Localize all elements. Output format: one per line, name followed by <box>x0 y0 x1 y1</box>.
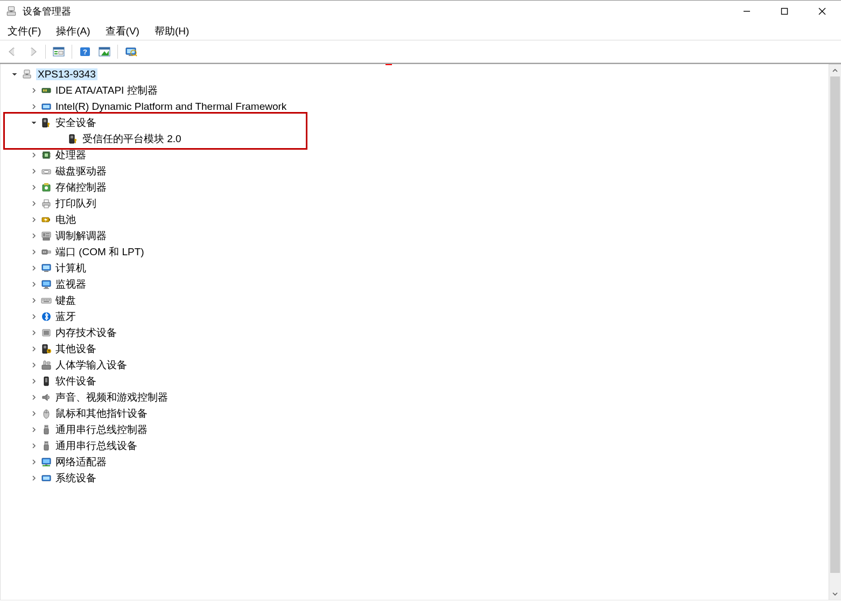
chevron-right-icon[interactable] <box>30 151 38 159</box>
menu-help[interactable]: 帮助(H) <box>155 24 189 38</box>
chevron-right-icon[interactable] <box>30 264 38 272</box>
device-tree[interactable]: XPS13-9343 IDE ATA/ATAPI 控制器 Intel(R) Dy… <box>0 64 829 600</box>
scan-hardware-button[interactable] <box>122 44 139 60</box>
tree-category[interactable]: 系统设备 <box>3 470 829 486</box>
svg-rect-75 <box>44 299 45 300</box>
chevron-right-icon[interactable] <box>30 409 38 418</box>
tree-category[interactable]: 打印队列 <box>3 195 829 212</box>
tree-category[interactable]: 蓝牙 <box>3 309 829 325</box>
chevron-right-icon[interactable] <box>30 183 38 192</box>
tree-category[interactable]: 通用串行总线控制器 <box>3 422 829 438</box>
tree-category[interactable]: 内存技术设备 <box>3 325 829 341</box>
chevron-right-icon[interactable] <box>30 296 38 305</box>
tree-category-label: 声音、视频和游戏控制器 <box>55 390 168 404</box>
tree-device[interactable]: 受信任的平台模块 2.0 <box>3 131 829 147</box>
chevron-down-icon[interactable] <box>10 70 19 79</box>
chevron-right-icon[interactable] <box>30 86 38 95</box>
tree-category[interactable]: 电池 <box>3 212 829 228</box>
tree-category[interactable]: 磁盘驱动器 <box>3 163 829 179</box>
tree-category-label: 监视器 <box>55 277 86 291</box>
forward-button[interactable] <box>24 44 41 60</box>
tree-category-label: 人体学输入设备 <box>55 358 127 372</box>
tree-category[interactable]: 安全设备 <box>3 115 829 131</box>
chevron-right-icon[interactable] <box>30 232 38 240</box>
tree-category[interactable]: 软件设备 <box>3 373 829 389</box>
svg-rect-74 <box>43 299 44 300</box>
vertical-scrollbar[interactable] <box>829 64 841 600</box>
tree-category[interactable]: 网络适配器 <box>3 454 829 470</box>
tree-category[interactable]: 声音、视频和游戏控制器 <box>3 389 829 405</box>
chevron-right-icon[interactable] <box>30 345 38 353</box>
scroll-up-icon[interactable] <box>829 65 841 76</box>
svg-rect-55 <box>49 219 50 221</box>
svg-rect-107 <box>43 465 50 466</box>
tree-category-label: 计算机 <box>55 261 86 275</box>
show-hide-tree-button[interactable] <box>50 44 67 60</box>
svg-rect-109 <box>43 477 50 480</box>
svg-rect-68 <box>44 271 48 272</box>
tree-category[interactable]: Intel(R) Dynamic Platform and Thermal Fr… <box>3 99 829 115</box>
chevron-right-icon[interactable] <box>30 474 38 482</box>
usb-icon <box>40 440 52 452</box>
tree-category-label: 键盘 <box>55 293 76 307</box>
scroll-down-icon[interactable] <box>829 588 841 600</box>
close-button[interactable] <box>803 1 841 22</box>
tree-root[interactable]: XPS13-9343 <box>3 66 829 82</box>
svg-rect-71 <box>45 287 48 288</box>
minimize-button[interactable] <box>728 1 766 22</box>
keyboard-icon <box>40 295 52 306</box>
tree-category[interactable]: 存储控制器 <box>3 179 829 195</box>
red-marker <box>386 64 392 65</box>
svg-rect-79 <box>44 301 49 302</box>
svg-rect-49 <box>44 183 48 185</box>
chevron-right-icon[interactable] <box>30 377 38 386</box>
svg-rect-99 <box>47 426 48 427</box>
tree-category[interactable]: 鼠标和其他指针设备 <box>3 405 829 422</box>
chevron-right-icon[interactable] <box>30 393 38 402</box>
hid-icon <box>40 359 52 371</box>
bluetooth-icon <box>40 311 52 323</box>
tree-category[interactable]: ? 其他设备 <box>3 341 829 357</box>
chevron-right-icon[interactable] <box>30 280 38 289</box>
chevron-right-icon[interactable] <box>30 215 38 224</box>
chevron-right-icon[interactable] <box>30 425 38 434</box>
tree-category[interactable]: 人体学输入设备 <box>3 357 829 373</box>
menu-view[interactable]: 查看(V) <box>106 24 139 38</box>
tree-category[interactable]: 通用串行总线设备 <box>3 438 829 454</box>
menu-action[interactable]: 操作(A) <box>56 24 90 38</box>
svg-rect-39 <box>45 153 48 157</box>
chevron-right-icon[interactable] <box>30 458 38 466</box>
chevron-right-icon[interactable] <box>30 199 38 208</box>
tree-category[interactable]: 调制解调器 <box>3 228 829 244</box>
chevron-right-icon[interactable] <box>30 167 38 176</box>
help-button[interactable]: ? <box>76 44 94 60</box>
maximize-button[interactable] <box>766 1 803 22</box>
network-icon <box>40 456 52 468</box>
scrollbar-thumb[interactable] <box>830 76 840 573</box>
chevron-right-icon[interactable] <box>30 328 38 337</box>
svg-rect-100 <box>44 445 48 450</box>
chevron-right-icon[interactable] <box>30 361 38 369</box>
svg-rect-89 <box>47 362 50 364</box>
svg-point-50 <box>45 186 48 190</box>
tree-category[interactable]: 计算机 <box>3 260 829 276</box>
chevron-right-icon[interactable] <box>30 312 38 321</box>
chevron-right-icon[interactable] <box>30 102 38 111</box>
tree-device-label: 受信任的平台模块 2.0 <box>82 132 181 146</box>
tree-category[interactable]: 键盘 <box>3 292 829 309</box>
svg-rect-72 <box>44 288 49 289</box>
tree-category[interactable]: 处理器 <box>3 147 829 163</box>
chevron-right-icon[interactable] <box>30 442 38 450</box>
tree-category[interactable]: 监视器 <box>3 276 829 292</box>
chevron-down-icon[interactable] <box>30 118 38 127</box>
back-button[interactable] <box>4 44 22 60</box>
svg-rect-58 <box>43 233 45 236</box>
properties-button[interactable] <box>96 44 113 60</box>
chevron-right-icon[interactable] <box>30 248 38 256</box>
tree-category[interactable]: 端口 (COM 和 LPT) <box>3 244 829 260</box>
svg-rect-31 <box>44 120 46 122</box>
tree-category[interactable]: IDE ATA/ATAPI 控制器 <box>3 82 829 99</box>
svg-rect-37 <box>75 141 76 143</box>
svg-rect-61 <box>43 238 50 240</box>
menu-file[interactable]: 文件(F) <box>8 24 41 38</box>
